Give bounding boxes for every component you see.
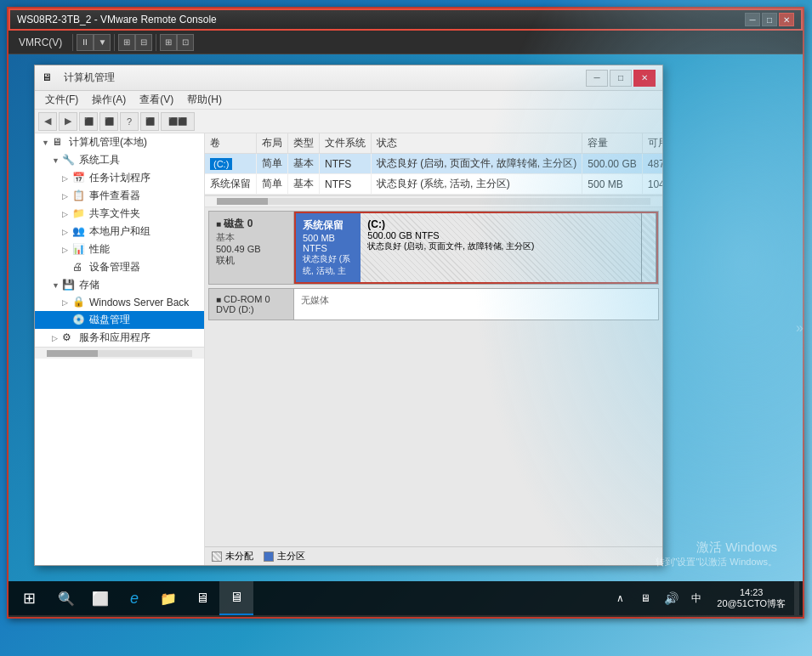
cdrom-0-type: DVD (D:) [216, 304, 287, 314]
table-row[interactable]: 系统保留 简单 基本 NTFS 状态良好 (系统, 活动, 主分区) 500 M… [205, 174, 662, 195]
sidebar-services-apps[interactable]: ▷ ⚙ 服务和应用程序 [35, 329, 204, 347]
disk-0-partitions: 系统保留 500 MB NTFS 状态良好 (系统, 活动, 主 (C:) 50… [294, 212, 658, 284]
shared-folders-icon: 📁 [72, 207, 86, 221]
taskbar-ie-btn[interactable]: e [117, 581, 151, 615]
vmrc-tool-1[interactable]: ⊞ [118, 34, 135, 51]
menu-file[interactable]: 文件(F) [38, 91, 85, 109]
clock-time: 14:23 [740, 587, 764, 597]
comp-mgmt-titlebar: 🖥 计算机管理 ─ □ ✕ [35, 65, 662, 91]
comp-mgmt-body: ▼ 🖥 计算机管理(本地) ▼ 🔧 系统工具 ▷ [35, 133, 662, 565]
vmrc-pause-btn[interactable]: ⏸ [77, 34, 94, 51]
comp-mgmt-maximize[interactable]: □ [610, 70, 632, 87]
vmrc-tool-4[interactable]: ⊡ [177, 34, 194, 51]
vmrc-maximize-btn[interactable]: □ [762, 13, 777, 26]
root-expand-icon: ▼ [42, 139, 52, 147]
legend-primary-box [264, 551, 274, 562]
vol-cap-sys: 500 MB [582, 174, 642, 195]
performance-expand: ▷ [62, 246, 72, 254]
tray-chevron[interactable]: ∧ [608, 581, 632, 615]
table-hscroll[interactable] [205, 195, 662, 207]
col-capacity: 容量 [582, 133, 642, 154]
toolbar-icon1[interactable]: ⬛ [79, 112, 98, 131]
storage-label: 存储 [79, 278, 99, 292]
col-free: 可用空 [642, 133, 662, 154]
sidebar-storage[interactable]: ▼ 💾 存储 [35, 276, 204, 294]
toolbar-forward[interactable]: ▶ [59, 112, 77, 131]
vol-name-c: (C:) [205, 154, 257, 174]
sidebar-event-viewer[interactable]: ▷ 📋 事件查看器 [35, 187, 204, 205]
sidebar-shared-folders[interactable]: ▷ 📁 共享文件夹 [35, 205, 204, 223]
comp-mgmt-title-left: 🖥 计算机管理 [42, 71, 115, 85]
menu-view[interactable]: 查看(V) [133, 91, 180, 109]
comp-mgmt-close[interactable]: ✕ [633, 70, 656, 87]
vol-free-c: 487.90 [642, 154, 662, 174]
toolbar-help[interactable]: ? [120, 112, 139, 131]
disk-map-area: ■ 磁盘 0 基本 500.49 GB 联机 [205, 207, 662, 546]
col-fs: 文件系统 [320, 133, 372, 154]
show-desktop-btn[interactable] [794, 581, 799, 615]
vmrc-collapse-arrow[interactable]: » [796, 320, 803, 336]
vmrc-menu-vmrc[interactable]: VMRC(V) [12, 33, 69, 52]
taskbar-search-btn[interactable]: 🔍 [49, 581, 83, 615]
sidebar-windows-backup[interactable]: ▷ 🔒 Windows Server Back [35, 294, 204, 311]
clock-date: 20@51CTO博客 [717, 597, 786, 610]
sidebar-hscroll[interactable] [35, 347, 204, 359]
vmrc-close-btn[interactable]: ✕ [779, 13, 794, 26]
cdrive-status: 状态良好 (启动, 页面文件, 故障转储, 主分区) [367, 240, 634, 252]
vol-layout-sys: 简单 [257, 174, 288, 195]
local-users-expand: ▷ [62, 228, 72, 236]
vol-layout-c: 简单 [257, 154, 288, 174]
sidebar-root[interactable]: ▼ 🖥 计算机管理(本地) [35, 133, 204, 151]
device-mgr-icon: 🖨 [72, 261, 86, 274]
taskbar-explorer-btn[interactable]: 📁 [151, 581, 185, 615]
disk-0-row: ■ 磁盘 0 基本 500.49 GB 联机 [208, 211, 659, 285]
menu-action[interactable]: 操作(A) [85, 91, 133, 109]
disk-0-status: 联机 [216, 254, 287, 267]
task-sched-icon: 📅 [72, 172, 86, 185]
sidebar-device-manager[interactable]: 🖨 设备管理器 [35, 258, 204, 276]
legend-unallocated: 未分配 [212, 550, 253, 563]
vol-type-sys: 基本 [288, 174, 320, 195]
system-clock[interactable]: 14:23 20@51CTO博客 [710, 587, 792, 610]
vmrc-dropdown-btn[interactable]: ▼ [94, 34, 111, 51]
sidebar-disk-management[interactable]: 💿 磁盘管理 [35, 311, 204, 329]
menu-help[interactable]: 帮助(H) [180, 91, 229, 109]
system-tools-label: 系统工具 [79, 153, 120, 167]
vmrc-titlebar: WS08R2-3TB_2 - VMware Remote Console ─ □… [9, 8, 803, 31]
comp-mgmt-title: 计算机管理 [64, 71, 115, 85]
vol-cap-c: 500.00 GB [582, 154, 642, 174]
taskbar-server-mgr-btn[interactable]: 🖥 [185, 581, 219, 615]
sidebar-performance[interactable]: ▷ 📊 性能 [35, 240, 204, 258]
tray-volume[interactable]: 🔊 [659, 581, 683, 615]
tray-network[interactable]: 🖥 [633, 581, 657, 615]
start-button[interactable]: ⊞ [9, 581, 49, 615]
vmrc-tool-2[interactable]: ⊟ [135, 34, 152, 51]
comp-mgmt-minimize[interactable]: ─ [586, 70, 608, 87]
taskbar-active-btn[interactable]: 🖥 [219, 581, 253, 615]
tray-keyboard[interactable]: 中 [684, 581, 708, 615]
vm-activate-sub: 转到"设置"以激活 Windows。 [656, 556, 778, 568]
root-label: 计算机管理(本地) [69, 135, 147, 150]
toolbar-icon3[interactable]: ⬛ [140, 112, 159, 131]
system-tools-icon: 🔧 [62, 154, 76, 167]
taskbar-taskview-btn[interactable]: ⬜ [83, 581, 117, 615]
toolbar-back[interactable]: ◀ [38, 112, 57, 131]
sidebar-task-scheduler[interactable]: ▷ 📅 任务计划程序 [35, 169, 204, 187]
cdrive-name: (C:) [367, 218, 634, 230]
partition-system-reserved[interactable]: 系统保留 500 MB NTFS 状态良好 (系统, 活动, 主 [296, 213, 361, 282]
toolbar-icon4[interactable]: ⬛⬛ [161, 112, 195, 131]
partition-c-drive[interactable]: (C:) 500.00 GB NTFS 状态良好 (启动, 页面文件, 故障转储… [361, 213, 642, 282]
computer-management-window: 🖥 计算机管理 ─ □ ✕ 文件(F) 操作(A) 查看(V) [34, 65, 663, 566]
toolbar-icon2[interactable]: ⬛ [99, 112, 118, 131]
backup-expand: ▷ [62, 298, 72, 307]
table-row[interactable]: (C:) 简单 基本 NTFS 状态良好 (启动, 页面文件, 故障转储, 主分… [205, 154, 662, 174]
sidebar-local-users[interactable]: ▷ 👥 本地用户和组 [35, 223, 204, 240]
disk-volume-table: 卷 布局 类型 文件系统 状态 容量 可用空 [205, 133, 662, 195]
vmrc-minimize-btn[interactable]: ─ [745, 13, 760, 26]
storage-icon: 💾 [62, 279, 76, 292]
vmrc-tool-3[interactable]: ⊞ [160, 34, 177, 51]
sidebar-system-tools[interactable]: ▼ 🔧 系统工具 [35, 151, 204, 169]
sidebar-scroll-thumb [47, 350, 98, 357]
vmrc-separator-2 [114, 34, 115, 51]
disk-mgmt-label: 磁盘管理 [89, 313, 130, 327]
